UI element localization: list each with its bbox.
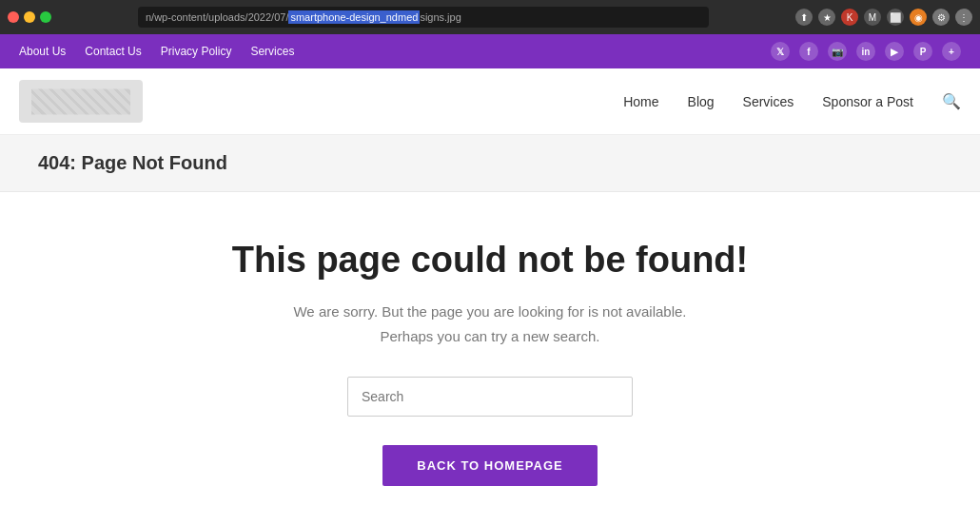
social-extra-icon[interactable]: + bbox=[942, 42, 961, 61]
main-nav: Home Blog Services Sponsor a Post 🔍 bbox=[0, 68, 980, 135]
search-toggle-icon[interactable]: 🔍 bbox=[942, 92, 961, 110]
social-youtube-icon[interactable]: ▶ bbox=[885, 42, 904, 61]
social-twitter-icon[interactable]: 𝕏 bbox=[771, 42, 790, 61]
url-bar[interactable]: n/wp-content/uploads/2022/07/smartphone-… bbox=[138, 7, 709, 28]
top-bar-social: 𝕏 f 📷 in ▶ P + bbox=[771, 42, 961, 61]
nav-home[interactable]: Home bbox=[623, 94, 658, 109]
subtitle-line1: We are sorry. But the page you are looki… bbox=[293, 303, 686, 320]
social-pinterest-icon[interactable]: P bbox=[913, 42, 932, 61]
subtitle-line2: Perhaps you can try a new search. bbox=[381, 328, 600, 344]
top-bar: About Us Contact Us Privacy Policy Servi… bbox=[0, 34, 980, 68]
search-input[interactable] bbox=[347, 377, 633, 417]
nav-about-us[interactable]: About Us bbox=[19, 45, 66, 58]
breadcrumb-bar: 404: Page Not Found bbox=[0, 135, 980, 192]
breadcrumb-title: 404: Page Not Found bbox=[38, 152, 942, 174]
browser-chrome: n/wp-content/uploads/2022/07/smartphone-… bbox=[0, 0, 980, 34]
url-highlight: smartphone-design_ndmed bbox=[288, 10, 420, 24]
browser-icon-k[interactable]: K bbox=[841, 9, 858, 26]
back-to-homepage-button[interactable]: BACK TO HOMEPAGE bbox=[382, 445, 597, 486]
browser-icon-gmail[interactable]: M bbox=[864, 9, 881, 26]
url-text: n/wp-content/uploads/2022/07/smartphone-… bbox=[146, 11, 461, 23]
not-found-subtitle: We are sorry. But the page you are looki… bbox=[293, 300, 686, 348]
browser-icon-star[interactable]: ★ bbox=[818, 9, 835, 26]
browser-icon-share[interactable]: ⬆ bbox=[795, 9, 813, 26]
browser-icon-menu[interactable]: ⋮ bbox=[955, 9, 972, 26]
nav-services-top[interactable]: Services bbox=[250, 45, 294, 58]
logo-area bbox=[19, 80, 143, 123]
nav-contact-us[interactable]: Contact Us bbox=[85, 45, 141, 58]
browser-icon-ext1[interactable]: ⬜ bbox=[887, 9, 904, 26]
social-instagram-icon[interactable]: 📷 bbox=[828, 42, 847, 61]
browser-icon-rss[interactable]: ◉ bbox=[910, 9, 927, 26]
browser-icon-settings[interactable]: ⚙ bbox=[932, 9, 950, 26]
nav-links: Home Blog Services Sponsor a Post 🔍 bbox=[623, 92, 961, 110]
content-area: This page could not be found! We are sor… bbox=[0, 192, 980, 505]
nav-services[interactable]: Services bbox=[743, 94, 794, 109]
not-found-heading: This page could not be found! bbox=[232, 240, 749, 281]
browser-icons: ⬆ ★ K M ⬜ ◉ ⚙ ⋮ bbox=[795, 9, 972, 26]
nav-blog[interactable]: Blog bbox=[688, 94, 715, 109]
top-bar-nav: About Us Contact Us Privacy Policy Servi… bbox=[19, 45, 294, 58]
url-suffix: signs.jpg bbox=[420, 11, 461, 23]
social-facebook-icon[interactable]: f bbox=[799, 42, 818, 61]
site-logo bbox=[19, 80, 143, 123]
nav-sponsor[interactable]: Sponsor a Post bbox=[822, 94, 913, 109]
nav-privacy-policy[interactable]: Privacy Policy bbox=[161, 45, 232, 58]
social-linkedin-icon[interactable]: in bbox=[856, 42, 875, 61]
